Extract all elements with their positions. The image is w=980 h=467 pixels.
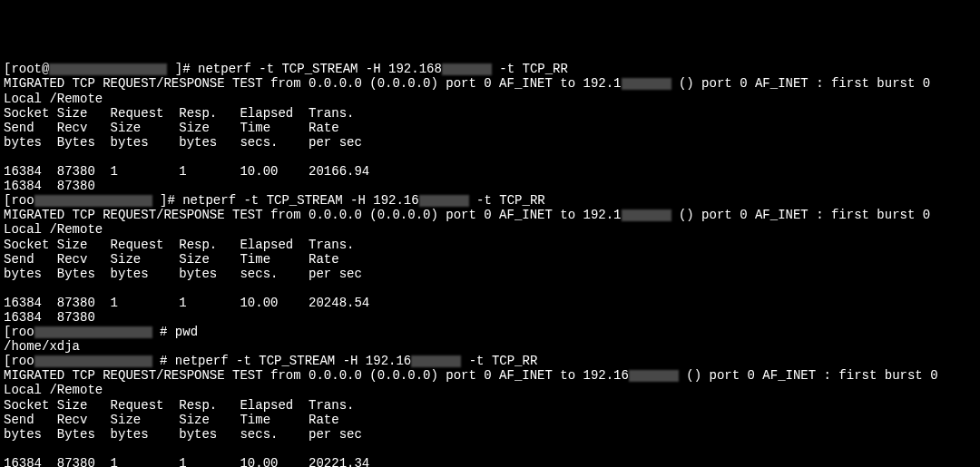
blank-line xyxy=(4,281,976,296)
migrated-pre: MIGRATED TCP REQUEST/RESPONSE TEST from … xyxy=(4,368,629,383)
migrated-pre: MIGRATED TCP REQUEST/RESPONSE TEST from … xyxy=(4,76,622,91)
command-tail: -t TCP_RR xyxy=(461,354,537,368)
redacted-ip xyxy=(622,209,671,221)
command-text: netperf -t TCP_STREAM -H 192.168 xyxy=(198,62,442,76)
local-remote-3: Local /Remote xyxy=(4,383,976,397)
prompt-end: # xyxy=(152,325,175,339)
redacted-host xyxy=(34,195,152,207)
header-row-3a: Socket Size Request Resp. Elapsed Trans. xyxy=(4,398,976,413)
redacted-host xyxy=(34,326,152,338)
prompt-line-1: [root@ ]# netperf -t TCP_STREAM -H 192.1… xyxy=(4,62,976,76)
prompt-text: [root@ xyxy=(4,62,49,76)
header-row-3c: bytes Bytes bytes bytes secs. per sec xyxy=(4,427,976,442)
header-row-2a: Socket Size Request Resp. Elapsed Trans. xyxy=(4,238,976,252)
migrated-post: () port 0 AF_INET : first burst 0 xyxy=(671,76,931,91)
blank-line xyxy=(4,150,976,164)
redacted-ip xyxy=(411,355,461,367)
header-row-1b: Send Recv Size Size Time Rate xyxy=(4,121,976,135)
prompt-end: ]# xyxy=(152,193,183,208)
migrated-line-1: MIGRATED TCP REQUEST/RESPONSE TEST from … xyxy=(4,76,976,91)
pwd-output: /home/xdja xyxy=(4,339,976,354)
migrated-line-3: MIGRATED TCP REQUEST/RESPONSE TEST from … xyxy=(4,368,976,383)
migrated-pre: MIGRATED TCP REQUEST/RESPONSE TEST from … xyxy=(4,208,622,222)
migrated-post: () port 0 AF_INET : first burst 0 xyxy=(671,208,931,222)
redacted-host xyxy=(34,355,152,367)
prompt-end: # xyxy=(152,354,175,368)
command-tail: -t TCP_RR xyxy=(492,62,568,76)
result-row-2a: 16384 87380 1 1 10.00 20248.54 xyxy=(4,296,976,310)
command-text: pwd xyxy=(175,325,198,339)
header-row-1c: bytes Bytes bytes bytes secs. per sec xyxy=(4,135,976,150)
command-text: netperf -t TCP_STREAM -H 192.16 xyxy=(175,354,411,368)
result-row-3a: 16384 87380 1 1 10.00 20221.34 xyxy=(4,456,976,467)
result-row-2b: 16384 87380 xyxy=(4,310,976,325)
prompt-text: [roo xyxy=(4,325,34,339)
prompt-end: ]# xyxy=(167,62,198,76)
command-tail: -t TCP_RR xyxy=(469,193,545,208)
header-row-2b: Send Recv Size Size Time Rate xyxy=(4,252,976,267)
local-remote-1: Local /Remote xyxy=(4,92,976,106)
prompt-text: [roo xyxy=(4,193,34,208)
result-row-1a: 16384 87380 1 1 10.00 20166.94 xyxy=(4,164,976,179)
migrated-line-2: MIGRATED TCP REQUEST/RESPONSE TEST from … xyxy=(4,208,976,222)
redacted-ip xyxy=(442,63,492,75)
prompt-line-4: [roo # netperf -t TCP_STREAM -H 192.16 -… xyxy=(4,354,976,368)
prompt-line-2: [roo ]# netperf -t TCP_STREAM -H 192.16 … xyxy=(4,193,976,208)
header-row-2c: bytes Bytes bytes bytes secs. per sec xyxy=(4,267,976,281)
header-row-1a: Socket Size Request Resp. Elapsed Trans. xyxy=(4,106,976,121)
prompt-line-3: [roo # pwd xyxy=(4,325,976,339)
local-remote-2: Local /Remote xyxy=(4,222,976,237)
header-row-3b: Send Recv Size Size Time Rate xyxy=(4,413,976,427)
redacted-ip xyxy=(629,370,679,382)
redacted-host xyxy=(49,63,167,75)
terminal-output[interactable]: [root@ ]# netperf -t TCP_STREAM -H 192.1… xyxy=(4,62,976,467)
blank-line xyxy=(4,442,976,456)
migrated-post: () port 0 AF_INET : first burst 0 xyxy=(679,368,938,383)
result-row-1b: 16384 87380 xyxy=(4,179,976,193)
command-text: netperf -t TCP_STREAM -H 192.16 xyxy=(182,193,418,208)
redacted-ip xyxy=(622,78,671,90)
prompt-text: [roo xyxy=(4,354,34,368)
redacted-ip xyxy=(419,195,469,207)
